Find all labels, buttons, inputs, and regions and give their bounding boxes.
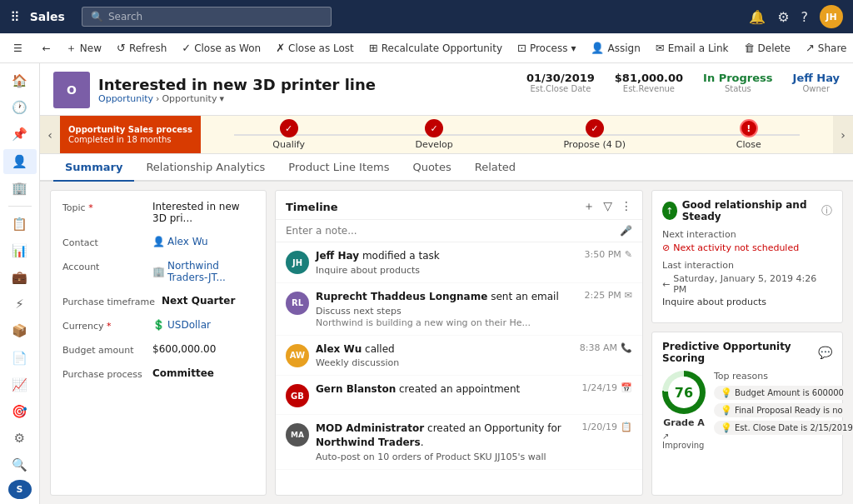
bottom-avatar[interactable]: S [8,480,32,499]
step-label-develop: Develop [416,139,453,150]
nav-leads-icon[interactable]: 📊 [3,238,37,263]
user-avatar[interactable]: JH [820,5,843,28]
breadcrumb-opportunity2: Opportunity [162,93,217,104]
list-item: JH Jeff Hay modified a task 3:50 PM ✎ In… [276,242,642,283]
score-value: 76 [668,377,700,408]
nav-products-icon[interactable]: 📦 [3,318,37,343]
breadcrumb: Opportunity › Opportunity ▾ [98,93,376,104]
entry-text: Jeff Hay modified a task [316,249,440,263]
breadcrumb-opportunity1[interactable]: Opportunity [98,93,153,104]
close-won-button[interactable]: ✓ Close as Won [175,38,267,57]
nav-analytics-icon[interactable]: 📈 [3,372,37,397]
nav-back-button[interactable]: ← [36,39,57,57]
process-next-button[interactable]: › [833,116,853,154]
process-button[interactable]: ⊡ Process ▾ [511,38,582,57]
refresh-icon: ↺ [117,42,126,54]
nav-accounts-icon[interactable]: 🏢 [3,176,37,201]
avatar: RL [286,292,309,315]
entry-sub-detail: Northwind is building a new wing on thei… [316,317,632,328]
new-button[interactable]: ＋ New [59,37,108,59]
search-icon: 🔍 [91,11,103,22]
tab-relationship-analytics[interactable]: Relationship Analytics [134,154,277,182]
form-label-topic: Topic [62,201,146,213]
process-step-close[interactable]: ! Close [736,119,761,150]
close-lost-button[interactable]: ✗ Close as Lost [269,38,361,57]
tag-icon-1: 💡 [721,387,732,398]
tab-summary[interactable]: Summary [53,154,134,182]
top-reasons-title: Top reasons [714,371,853,382]
process-prev-button[interactable]: ‹ [40,116,60,154]
nav-contacts-icon[interactable]: 👤 [3,149,37,174]
relationship-status-icon: ↑ [662,202,677,220]
entry-date: 1/24/19 📅 [582,382,632,393]
process-icon: ⊡ [517,42,526,54]
nav-activities-icon[interactable]: 📋 [3,212,37,237]
nav-opportunities-icon[interactable]: 💼 [3,265,37,290]
form-value-currency[interactable]: 💲 USDollar [152,319,254,331]
notification-icon[interactable]: 🔔 [749,9,766,25]
account-icon: 🏢 [152,266,165,277]
note-icon: 📋 [621,422,632,432]
timeline-filter-icon[interactable]: ▽ [603,199,612,214]
entry-text: Gern Blanston created an appointment [316,382,520,397]
meta-close-date: 01/30/2019 Est.Close Date [526,72,595,93]
tab-product-line-items[interactable]: Product Line Items [277,154,401,182]
scoring-message-icon[interactable]: 💬 [818,346,832,359]
info-icon[interactable]: ⓘ [821,203,832,218]
search-bar[interactable]: 🔍 Search [82,7,332,27]
nav-search-icon[interactable]: 🔍 [3,452,37,477]
process-step-propose[interactable]: ✓ Propose (4 D) [563,119,626,150]
timeline-mic-icon[interactable]: 🎤 [620,225,632,237]
avatar: GB [286,384,309,407]
refresh-button[interactable]: ↺ Refresh [110,38,173,57]
process-step-develop[interactable]: ✓ Develop [416,119,453,150]
nav-divider [8,206,32,207]
form-value-account[interactable]: 🏢 Northwind Traders-JT... [152,260,254,283]
nav-pinned-icon[interactable]: 📌 [3,122,37,147]
nav-quotes-icon[interactable]: 📄 [3,346,37,371]
entry-body: Jeff Hay modified a task 3:50 PM ✎ Inqui… [316,249,632,276]
no-activity-icon: ⊘ [662,242,670,253]
entry-body: Gern Blanston created an appointment 1/2… [316,382,632,407]
form-value-contact[interactable]: 👤 Alex Wu [152,236,254,247]
body-panels: Topic Interested in new 3D pri... Contac… [40,182,853,504]
record-meta: 01/30/2019 Est.Close Date $81,000.00 Est… [526,72,840,93]
share-button[interactable]: ↗ Share [799,38,853,57]
nav-settings-icon[interactable]: ⚙ [3,426,37,451]
timeline-note-input[interactable] [286,225,613,237]
entry-sub: Auto-post on 10 orders of Product SKU JJ… [316,452,632,462]
left-nav: 🏠 🕐 📌 👤 🏢 📋 📊 💼 ⚡ 📦 📄 📈 🎯 ⚙ 🔍 S [0,63,40,504]
step-circle-qualify: ✓ [280,119,298,137]
help-icon[interactable]: ? [801,9,809,25]
score-circle: 76 [662,371,706,414]
relationship-header: ↑ Good relationship and Steady ⓘ [662,199,832,222]
entry-body: Ruprecht Thaddeus Longname sent an email… [316,290,632,328]
tag-icon-3: 💡 [721,422,732,433]
nav-recent-icon[interactable]: 🕐 [3,95,37,120]
form-panel: Topic Interested in new 3D pri... Contac… [50,190,267,496]
form-row-contact: Contact 👤 Alex Wu [62,236,254,248]
entry-text: Alex Wu called [316,342,395,357]
recalculate-button[interactable]: ⊞ Recalculate Opportunity [362,38,509,57]
nav-goals-icon[interactable]: 🎯 [3,399,37,424]
app-title: Sales [30,10,65,23]
apps-grid-icon[interactable]: ⠿ [10,9,20,25]
contact-icon: 👤 [152,236,165,247]
timeline-more-icon[interactable]: ⋮ [621,199,632,214]
process-step-qualify[interactable]: ✓ Qualify [272,119,305,150]
timeline-add-icon[interactable]: ＋ [583,199,595,214]
entry-sub: Discuss next steps [316,306,632,317]
nav-home-icon[interactable]: 🏠 [3,68,37,93]
tab-related[interactable]: Related [463,154,527,182]
email-link-button[interactable]: ✉ Email a Link [649,38,736,57]
assign-button[interactable]: 👤 Assign [584,38,646,57]
close-won-icon: ✓ [182,42,191,54]
breadcrumb-dropdown-icon[interactable]: ▾ [219,93,224,104]
tab-quotes[interactable]: Quotes [401,154,462,182]
phone-icon: 📞 [621,342,632,353]
settings-icon[interactable]: ⚙ [777,9,789,25]
relationship-title: Good relationship and Steady [682,199,816,222]
hamburger-menu-button[interactable]: ☰ [7,39,29,57]
nav-competitors-icon[interactable]: ⚡ [3,292,37,317]
delete-button[interactable]: 🗑 Delete [737,38,797,57]
